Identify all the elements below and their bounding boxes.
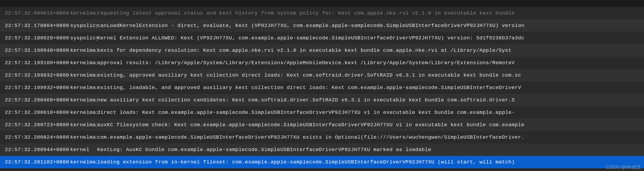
log-row[interactable]: 22:57:32.199932+0800kernelmaiexisting, l… <box>0 81 644 94</box>
log-row[interactable]: 22:57:32.200723+0800kernelmaiauxKC files… <box>0 119 644 131</box>
log-message: approval results: /Library/Apple/System/… <box>97 60 644 66</box>
log-timestamp: 22:57:32.200468+0800 <box>0 97 70 103</box>
log-timestamp: 22:57:32.200944+0800 <box>0 147 70 153</box>
log-row[interactable]: 22:57:32.201102+0800kernelmailoading ext… <box>0 156 644 168</box>
log-row[interactable]: 22:57:32.180028+0800syspolicyKernel Exte… <box>0 32 644 44</box>
log-process: kernelmai <box>70 10 97 16</box>
log-row[interactable]: 22:57:32.190948+0800kernelmaikexts for d… <box>0 44 644 57</box>
log-row[interactable]: 22:57:32.200468+0800kernelmainew auxilia… <box>0 94 644 106</box>
log-timestamp: 22:57:32.200618+0800 <box>0 110 70 115</box>
log-row[interactable]: 22:57:32.200944+0800kernelKextLog: AuxKC… <box>0 143 644 156</box>
log-process: kernelmai <box>70 60 97 66</box>
log-row[interactable]: 22:57:32.199832+0800kernelmaiexisting, a… <box>0 69 644 81</box>
log-message: requesting latest approval status and ke… <box>97 10 644 16</box>
log-timestamp: 22:57:32.190948+0800 <box>0 47 70 53</box>
log-process: kernelmai <box>70 122 97 128</box>
log-message: loading extension from in-kernel fileset… <box>97 159 644 165</box>
log-timestamp: 22:57:32.199100+0800 <box>0 60 70 66</box>
log-row[interactable]: 22:57:32.199100+0800kernelmaiapproval re… <box>0 57 644 69</box>
log-timestamp: 22:57:32.200723+0800 <box>0 122 70 128</box>
log-message: auxKC filesystem check: Kext com.example… <box>97 122 644 128</box>
log-process: syspolicy <box>70 23 97 29</box>
log-process: kernel <box>70 147 97 153</box>
log-message: direct loads: Kext com.example.apple-sam… <box>97 110 644 115</box>
log-timestamp: 22:57:32.200824+0800 <box>0 134 70 140</box>
log-table: 22:57:32.086615+0800kernelmairequesting … <box>0 0 644 168</box>
table-header <box>0 0 644 7</box>
log-process: syspolicy <box>70 35 97 41</box>
log-timestamp: 22:57:32.086615+0800 <box>0 10 70 16</box>
log-process: kernelmai <box>70 47 97 53</box>
log-message: KextLog: AuxKC bundle com.example.apple-… <box>97 147 644 153</box>
log-row[interactable]: 22:57:32.086615+0800kernelmairequesting … <box>0 7 644 19</box>
log-message: kexts for dependency resolution: Kext co… <box>97 47 644 53</box>
log-process: kernelmai <box>70 72 97 78</box>
log-message: existing, approved auxiliary kext collec… <box>97 72 644 78</box>
log-timestamp: 22:57:32.199932+0800 <box>0 85 70 91</box>
log-timestamp: 22:57:32.178864+0800 <box>0 23 70 29</box>
log-timestamp: 22:57:32.180028+0800 <box>0 35 70 41</box>
log-process: kernelmai <box>70 159 97 165</box>
log-row[interactable]: 22:57:32.178864+0800syspolicycanLoadKern… <box>0 19 644 32</box>
log-timestamp: 22:57:32.199832+0800 <box>0 72 70 78</box>
log-message: canLoadKernelExtension - direct, evaluat… <box>97 23 644 29</box>
log-process: kernelmai <box>70 134 97 140</box>
log-timestamp: 22:57:32.201102+0800 <box>0 159 70 165</box>
log-process: kernelmai <box>70 85 97 91</box>
log-rows-container: 22:57:32.086615+0800kernelmairequesting … <box>0 7 644 168</box>
watermark: CSDN @Mr成文 <box>606 164 641 170</box>
log-row[interactable]: 22:57:32.200824+0800kernelmaicom.example… <box>0 131 644 143</box>
log-message: existing, loadable, and approved auxilia… <box>97 85 644 91</box>
log-message: com.example.apple-samplecode.SimpleUSBIn… <box>97 134 644 140</box>
log-process: kernelmai <box>70 97 97 103</box>
log-row[interactable]: 22:57:32.200618+0800kernelmaidirect load… <box>0 106 644 119</box>
log-message: Kernel Extension ALLOWED: Kext (VP92JH77… <box>97 35 644 41</box>
log-message: new auxiliary kext collection candidates… <box>97 97 644 103</box>
log-process: kernelmai <box>70 110 97 115</box>
